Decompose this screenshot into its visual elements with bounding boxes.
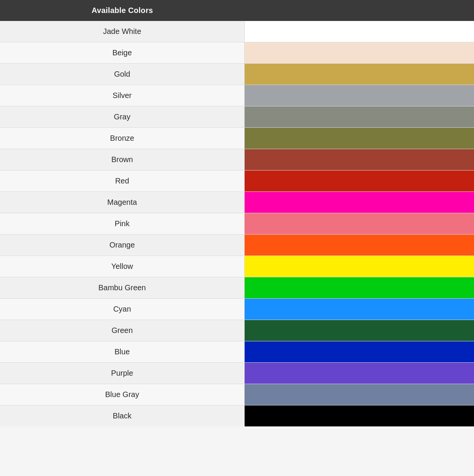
table-title: Available Colors <box>92 6 153 15</box>
color-swatch <box>245 85 474 106</box>
color-name-cell: Purple <box>0 363 245 384</box>
color-name-label: Beige <box>112 48 132 57</box>
table-row: Brown <box>0 149 474 170</box>
color-swatch <box>245 384 474 405</box>
table-row: Blue Gray <box>0 384 474 405</box>
color-swatch <box>245 213 474 234</box>
table-row: Red <box>0 170 474 192</box>
table-row: Magenta <box>0 192 474 213</box>
color-swatch <box>245 21 474 42</box>
color-name-cell: Bambu Green <box>0 277 245 298</box>
color-swatch <box>245 149 474 170</box>
color-swatch <box>245 192 474 213</box>
color-name-cell: Red <box>0 170 245 191</box>
color-name-label: Bambu Green <box>98 283 146 292</box>
color-name-cell: Black <box>0 405 245 426</box>
table-row: Gold <box>0 64 474 85</box>
color-name-cell: Silver <box>0 85 245 106</box>
color-name-cell: Bronze <box>0 128 245 149</box>
color-swatch <box>245 341 474 362</box>
table-row: Beige <box>0 42 474 64</box>
color-name-label: Jade White <box>103 27 141 36</box>
color-name-label: Pink <box>115 219 130 228</box>
color-name-label: Yellow <box>111 262 133 271</box>
color-name-cell: Orange <box>0 235 245 256</box>
color-name-label: Gold <box>114 70 130 79</box>
color-swatch <box>245 299 474 320</box>
color-name-label: Blue Gray <box>105 390 139 399</box>
table-row: Orange <box>0 235 474 256</box>
color-name-label: Purple <box>111 369 133 378</box>
color-name-label: Blue <box>114 347 130 356</box>
table-row: Black <box>0 405 474 426</box>
table-row: Green <box>0 320 474 341</box>
color-name-cell: Magenta <box>0 192 245 213</box>
color-name-label: Bronze <box>110 134 134 143</box>
color-name-label: Silver <box>113 91 132 100</box>
color-swatch <box>245 256 474 277</box>
table-row: Yellow <box>0 256 474 277</box>
color-swatch <box>245 42 474 63</box>
color-name-label: Green <box>111 326 133 335</box>
color-name-cell: Gold <box>0 64 245 85</box>
table-row: Pink <box>0 213 474 235</box>
color-name-cell: Green <box>0 320 245 341</box>
color-name-cell: Gray <box>0 106 245 127</box>
table-row: Bronze <box>0 128 474 149</box>
color-rows-container: Jade WhiteBeigeGoldSilverGrayBronzeBrown… <box>0 21 474 426</box>
color-swatch <box>245 64 474 85</box>
table-row: Bambu Green <box>0 277 474 299</box>
color-swatch <box>245 170 474 191</box>
color-name-label: Gray <box>114 113 130 121</box>
color-swatch <box>245 277 474 298</box>
color-name-cell: Brown <box>0 149 245 170</box>
color-name-cell: Jade White <box>0 21 245 42</box>
color-name-label: Brown <box>111 155 133 164</box>
table-row: Jade White <box>0 21 474 42</box>
color-name-label: Magenta <box>107 198 137 207</box>
color-name-cell: Blue Gray <box>0 384 245 405</box>
color-swatch <box>245 235 474 256</box>
colors-table: Available Colors Jade WhiteBeigeGoldSilv… <box>0 0 474 426</box>
table-row: Silver <box>0 85 474 106</box>
color-name-label: Orange <box>110 241 135 249</box>
color-name-cell: Blue <box>0 341 245 362</box>
table-row: Purple <box>0 363 474 384</box>
table-header: Available Colors <box>0 0 474 21</box>
table-row: Gray <box>0 106 474 128</box>
color-swatch <box>245 363 474 384</box>
color-swatch <box>245 128 474 149</box>
table-row: Blue <box>0 341 474 363</box>
table-row: Cyan <box>0 299 474 320</box>
color-name-label: Red <box>115 177 129 185</box>
color-name-label: Black <box>113 412 132 420</box>
color-swatch <box>245 106 474 127</box>
color-swatch <box>245 320 474 341</box>
color-name-label: Cyan <box>113 305 131 314</box>
color-name-cell: Yellow <box>0 256 245 277</box>
color-name-cell: Pink <box>0 213 245 234</box>
header-label-cell: Available Colors <box>0 6 245 15</box>
color-name-cell: Cyan <box>0 299 245 320</box>
color-swatch <box>245 405 474 426</box>
color-name-cell: Beige <box>0 42 245 63</box>
